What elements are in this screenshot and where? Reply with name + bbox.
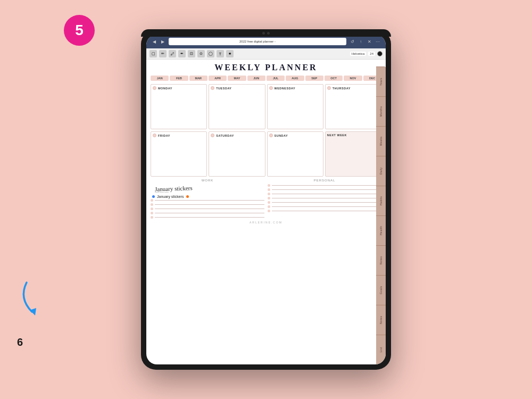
personal-todo-list bbox=[268, 184, 381, 212]
personal-section: PERSONAL bbox=[268, 179, 381, 219]
day-thursday[interactable]: THURSDAY bbox=[325, 84, 381, 129]
tool-pencil[interactable]: ✏ bbox=[159, 50, 167, 57]
font-selector[interactable]: Helvetica bbox=[350, 52, 367, 56]
month-aug[interactable]: AUG bbox=[286, 76, 304, 81]
tablet-top-bar bbox=[141, 29, 391, 37]
day-sunday[interactable]: SUNDAY bbox=[267, 131, 323, 177]
tab-years[interactable]: Years bbox=[376, 66, 386, 96]
todo-line bbox=[272, 189, 381, 190]
todo-item bbox=[268, 197, 381, 200]
handwriting-text: January stickers bbox=[155, 182, 264, 192]
tab-notes2[interactable]: Notes bbox=[376, 305, 386, 335]
todo-item bbox=[151, 207, 264, 210]
step-6-label: 6 bbox=[17, 336, 23, 348]
tool-shape[interactable]: ◯ bbox=[207, 50, 214, 57]
month-jul[interactable]: JUL bbox=[267, 76, 285, 81]
color-picker[interactable] bbox=[377, 51, 383, 56]
planner-main: WEEKLY PLANNER JAN FEB MAR APR MAY JUN J… bbox=[146, 60, 386, 363]
tab-daily[interactable]: Daily bbox=[376, 156, 386, 186]
todo-dot bbox=[151, 207, 153, 210]
todo-line bbox=[155, 213, 264, 213]
back-icon[interactable]: ◀ bbox=[152, 39, 157, 44]
content-area: WEEKLY PLANNER JAN FEB MAR APR MAY JUN J… bbox=[146, 60, 386, 363]
todo-item bbox=[268, 188, 381, 191]
todo-item bbox=[268, 210, 381, 212]
day-next-week[interactable]: NEXT WEEK bbox=[325, 131, 381, 177]
todo-line bbox=[272, 194, 381, 194]
tab-months[interactable]: Months bbox=[376, 96, 386, 126]
work-section: WORK January stickers bbox=[151, 179, 264, 219]
month-nov[interactable]: NOV bbox=[344, 76, 362, 81]
end-dot bbox=[186, 195, 189, 198]
month-may[interactable]: MAY bbox=[228, 76, 246, 81]
forward-icon[interactable]: ▶ bbox=[160, 39, 165, 44]
todo-dot bbox=[268, 210, 270, 212]
todo-dot bbox=[151, 203, 153, 206]
more-icon[interactable]: ⋯ bbox=[375, 39, 380, 44]
handwriting-underlines bbox=[155, 192, 264, 193]
day-grid-bottom: FRIDAY SATURDAY SUNDAY NEXT WEEK bbox=[151, 131, 381, 177]
app-toolbar: ▢ ✏ 🖊 ✒ ⊡ ⊙ ◯ T ★ Helvetica 24 bbox=[146, 48, 386, 60]
todo-line bbox=[155, 217, 264, 218]
day-tuesday[interactable]: TUESDAY bbox=[209, 84, 265, 129]
planner-title: WEEKLY PLANNER bbox=[151, 63, 381, 72]
personal-label: PERSONAL bbox=[268, 179, 381, 182]
month-mar[interactable]: MAR bbox=[189, 76, 207, 81]
step-5-badge: 5 bbox=[64, 15, 95, 46]
todo-dot bbox=[268, 184, 270, 187]
font-size[interactable]: 24 bbox=[368, 52, 375, 56]
close-icon[interactable]: ✕ bbox=[367, 39, 372, 44]
todo-item bbox=[151, 212, 264, 214]
todo-item bbox=[268, 184, 381, 187]
tab-weeks[interactable]: Weeks bbox=[376, 126, 386, 156]
tab-notes[interactable]: Notes bbox=[376, 245, 386, 275]
tool-text[interactable]: T bbox=[217, 50, 224, 57]
month-oct[interactable]: OCT bbox=[325, 76, 343, 81]
month-tabs[interactable]: JAN FEB MAR APR MAY JUN JUL AUG SEP OCT … bbox=[151, 76, 381, 81]
todo-item bbox=[268, 193, 381, 195]
bottom-section: WORK January stickers bbox=[151, 179, 381, 219]
todo-line bbox=[272, 211, 381, 211]
day-monday[interactable]: MONDAY bbox=[151, 84, 207, 129]
january-stickers-text: January stickers bbox=[157, 195, 184, 198]
todo-dot bbox=[268, 197, 270, 200]
tab-habits[interactable]: Habits bbox=[376, 186, 386, 215]
arrow-annotation bbox=[16, 277, 59, 322]
sidebar-tabs[interactable]: Years Months Weeks Daily Habits Health N… bbox=[376, 66, 386, 364]
tab-goals[interactable]: Goals bbox=[376, 275, 386, 305]
month-jun[interactable]: JUN bbox=[247, 76, 265, 81]
month-apr[interactable]: APR bbox=[209, 76, 227, 81]
todo-dot bbox=[268, 201, 270, 204]
tool-pen[interactable]: 🖊 bbox=[169, 50, 176, 57]
url-bar[interactable]: 2022 free digital planner - bbox=[169, 38, 346, 45]
browser-toolbar: ◀ ▶ 2022 free digital planner - ↺ ↑ ✕ ⋯ bbox=[149, 37, 383, 46]
work-todo-list bbox=[151, 199, 264, 219]
tool-select[interactable]: ▢ bbox=[149, 50, 157, 57]
tab-health[interactable]: Health bbox=[376, 215, 386, 245]
tab-list[interactable]: List bbox=[376, 335, 386, 364]
day-wednesday[interactable]: WEDNESDAY bbox=[267, 84, 323, 129]
tool-marker[interactable]: ✒ bbox=[178, 50, 186, 57]
todo-line bbox=[272, 202, 381, 203]
month-jan[interactable]: JAN bbox=[151, 76, 169, 81]
reload-icon[interactable]: ↺ bbox=[350, 39, 355, 44]
todo-item bbox=[151, 203, 264, 206]
month-feb[interactable]: FEB bbox=[170, 76, 188, 81]
tool-lasso[interactable]: ⊙ bbox=[197, 50, 205, 57]
share-icon[interactable]: ↑ bbox=[358, 39, 363, 44]
todo-dot bbox=[268, 188, 270, 191]
todo-line bbox=[272, 198, 381, 198]
todo-dot bbox=[151, 216, 153, 219]
day-friday[interactable]: FRIDAY bbox=[151, 131, 207, 177]
day-saturday[interactable]: SATURDAY bbox=[209, 131, 265, 177]
todo-item bbox=[268, 201, 381, 204]
tool-eraser[interactable]: ⊡ bbox=[188, 50, 195, 57]
january-stickers-item: January stickers bbox=[151, 194, 264, 199]
website-footer: ARLERINE.COM bbox=[151, 221, 381, 224]
tool-sticker[interactable]: ★ bbox=[226, 50, 234, 57]
todo-line bbox=[272, 185, 381, 186]
todo-dot bbox=[268, 205, 270, 208]
month-sep[interactable]: SEP bbox=[305, 76, 323, 81]
todo-dot bbox=[151, 212, 153, 214]
todo-line bbox=[155, 209, 264, 209]
